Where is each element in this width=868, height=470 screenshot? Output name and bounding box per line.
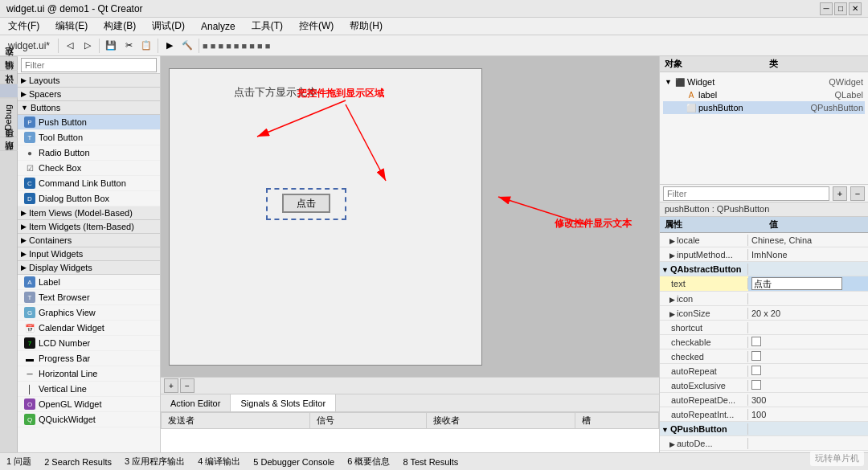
status-search[interactable]: 2 Search Results [44, 457, 112, 467]
checkbox-autoexclusive[interactable] [751, 380, 761, 390]
widget-item-pushbutton[interactable]: P Push Button [18, 115, 160, 130]
checkbox-autorepeat[interactable] [751, 366, 761, 375]
canvas-area[interactable]: 点击下方显示文本 点击 把控件拖到显示区域 修改控件显示文本 [161, 56, 659, 377]
title-bar: widget.ui @ demo1 - Qt Creator ─ □ ✕ [0, 0, 868, 18]
prop-cat-abstractbutton[interactable]: ▼QAbstractButton [660, 262, 868, 276]
status-compile[interactable]: 4 编译输出 [198, 456, 240, 468]
widget-item-lcd[interactable]: 7 LCD Number [18, 336, 160, 351]
status-debugger[interactable]: 5 Debugger Console [253, 457, 334, 467]
chevron-icon: ▶ [669, 296, 675, 304]
menu-debug[interactable]: 调试(D) [147, 18, 190, 35]
pushbutton-icon: P [24, 116, 35, 128]
prop-col-value: 值 [764, 217, 869, 232]
tree-item-label[interactable]: A label QLabel [663, 88, 865, 101]
prop-filter-input[interactable] [663, 186, 829, 201]
sidebar-design[interactable]: 设计 [0, 84, 18, 97]
widget-item-hline[interactable]: ─ Horizontal Line [18, 366, 160, 382]
status-problems[interactable]: 1 问题 [6, 456, 31, 468]
prop-value-autode[interactable] [748, 443, 868, 444]
chevron-locale: ▶ [669, 237, 675, 245]
prop-autorepeatint: autoRepeatInt... 100 [660, 407, 868, 422]
toolbar-forward[interactable]: ▷ [80, 38, 96, 54]
menu-analyze[interactable]: Analyze [196, 19, 240, 34]
widget-item-progress[interactable]: ▬ Progress Bar [18, 351, 160, 366]
widget-item-radiobutton[interactable]: ● Radio Button [18, 145, 160, 161]
sidebar-debug[interactable]: Debug [0, 97, 18, 137]
remove-connection-button[interactable]: − [180, 378, 194, 393]
prop-value-icon[interactable] [748, 298, 868, 300]
right-panel: 对象 类 ▼ ⬛ Widget QWidget A label QLabel [659, 56, 868, 452]
sidebar-project[interactable]: 项目 [0, 137, 18, 150]
chevron-abstractbutton: ▼ [661, 266, 669, 274]
status-summary[interactable]: 6 概要信息 [347, 456, 390, 468]
maximize-button[interactable]: □ [834, 2, 847, 15]
minimize-button[interactable]: ─ [820, 2, 833, 15]
prop-remove-button[interactable]: − [850, 186, 865, 201]
widget-item-checkbox[interactable]: ☑ Check Box [18, 161, 160, 176]
widget-item-toolbutton[interactable]: T Tool Button [18, 130, 160, 145]
prop-name-iconsize: ▶iconSize [660, 308, 748, 319]
prop-value-inputmethod[interactable]: ImhNone [748, 249, 868, 260]
widget-cat-containers[interactable]: ▶Containers [18, 234, 160, 247]
add-connection-button[interactable]: + [164, 378, 178, 393]
menu-build[interactable]: 构建(B) [99, 18, 141, 35]
checkbox-checked[interactable] [751, 351, 761, 361]
checkbox-default[interactable] [751, 452, 761, 453]
annotation-modify-text: 修改控件显示文本 [555, 217, 632, 231]
toolbar-run[interactable]: ▶ [162, 38, 178, 54]
prop-value-autorepeatint[interactable]: 100 [748, 409, 868, 420]
tab-action-editor[interactable]: Action Editor [161, 394, 231, 411]
prop-value-locale[interactable]: Chinese, China [748, 235, 868, 246]
prop-text-input[interactable] [751, 277, 842, 290]
prop-value-text[interactable] [748, 276, 868, 291]
tree-item-pushbutton[interactable]: ⬜ pushButton QPushButton [663, 101, 865, 114]
sidebar-edit[interactable]: 编辑 [0, 70, 18, 84]
prop-cat-value-pushbutton [748, 428, 868, 430]
checkbox-checkable[interactable] [751, 337, 761, 346]
tab-signals-slots[interactable]: Signals & Slots Editor [231, 394, 336, 411]
col-receiver: 接收者 [426, 413, 575, 429]
toolbar-back[interactable]: ◁ [62, 38, 78, 54]
prop-name-icon: ▶icon [660, 293, 748, 304]
widget-cat-buttons[interactable]: ▼Buttons [18, 101, 160, 115]
widget-cat-spacers[interactable]: ▶Spacers [18, 88, 160, 101]
menu-help[interactable]: 帮助(H) [345, 18, 387, 35]
widget-item-vline[interactable]: │ Vertical Line [18, 382, 160, 397]
menu-widget[interactable]: 控件(W) [294, 18, 338, 35]
prop-cat-pushbutton[interactable]: ▼QPushButton [660, 422, 868, 436]
prop-name-autoexclusive: autoExclusive [660, 380, 748, 391]
close-button[interactable]: ✕ [849, 2, 862, 15]
prop-value-shortcut[interactable] [748, 327, 868, 329]
widget-item-opengl[interactable]: O OpenGL Widget [18, 397, 160, 412]
prop-value-autorepeatde[interactable]: 300 [748, 394, 868, 406]
widget-item-qquick[interactable]: Q QQuickWidget [18, 412, 160, 427]
prop-add-button[interactable]: + [833, 186, 847, 201]
prop-name-text: text [660, 278, 748, 289]
prop-list: ▶locale Chinese, China ▶inputMethod... I… [660, 233, 868, 452]
widget-cat-input[interactable]: ▶Input Widgets [18, 247, 160, 261]
toolbar-copy[interactable]: 📋 [138, 38, 154, 54]
prop-value-iconsize[interactable]: 20 x 20 [748, 308, 868, 319]
sidebar-welcome[interactable]: 欢迎 [0, 56, 18, 70]
widget-item-graphicsview[interactable]: G Graphics View [18, 305, 160, 321]
widget-item-calendar[interactable]: 📅 Calendar Widget [18, 321, 160, 336]
status-appoutput[interactable]: 3 应用程序输出 [125, 456, 185, 468]
widget-cat-itemviews[interactable]: ▶Item Views (Model-Based) [18, 206, 160, 220]
widget-item-dialogbox[interactable]: D Dialog Button Box [18, 191, 160, 206]
widget-cat-itemwidgets[interactable]: ▶Item Widgets (Item-Based) [18, 220, 160, 234]
toolbar-build[interactable]: 🔨 [179, 38, 195, 54]
menu-edit[interactable]: 编辑(E) [51, 18, 92, 35]
widget-item-textbrowser[interactable]: T Text Browser [18, 290, 160, 305]
menu-tools[interactable]: 工具(T) [247, 18, 288, 35]
widget-item-cmdlink[interactable]: C Command Link Button [18, 176, 160, 191]
menu-file[interactable]: 文件(F) [3, 18, 44, 35]
widget-cat-layouts[interactable]: ▶Layouts [18, 74, 160, 88]
widget-cat-display[interactable]: ▶Display Widgets [18, 261, 160, 275]
sidebar-help[interactable]: 帮助 [0, 150, 18, 164]
widget-item-label[interactable]: A Label [18, 275, 160, 290]
tree-item-widget[interactable]: ▼ ⬛ Widget QWidget [663, 76, 865, 88]
status-tests[interactable]: 8 Test Results [403, 457, 458, 467]
toolbar-cut[interactable]: ✂ [121, 38, 137, 54]
toolbar-save[interactable]: 💾 [103, 38, 119, 54]
widget-filter-input[interactable] [21, 58, 157, 72]
